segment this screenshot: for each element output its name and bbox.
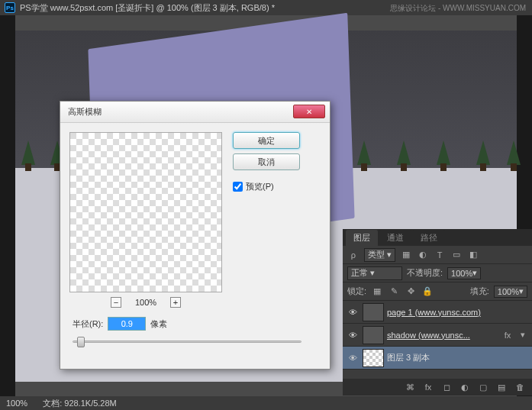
fill-label: 填充: [470,286,489,297]
layer-row[interactable]: 👁 shadow (www.yunsc... fx ▾ [343,324,532,347]
type-filter-icon[interactable]: T [434,249,446,261]
adjust-filter-icon[interactable]: ◐ [417,249,429,261]
lock-all-icon[interactable]: 🔒 [421,286,434,298]
tree-graphic [432,140,455,174]
trash-icon[interactable]: 🗑 [514,381,526,393]
opacity-value[interactable]: 100% ▾ [447,267,481,279]
preview-box[interactable] [69,132,222,292]
layer-name[interactable]: page 1 (www.yunsc.com) [387,308,481,317]
gaussian-blur-dialog: 高斯模糊 ✕ − 100% + 确定 取消 预览(P) 半径(R): 像素 [60,101,330,370]
new-layer-icon[interactable]: ▤ [495,381,508,393]
preview-checkbox-row[interactable]: 预览(P) [233,181,300,192]
document-title: PS学堂 www.52psxt.com [圣诞折卡] @ 100% (图层 3 … [20,2,275,14]
blend-mode-select[interactable]: 正常 ▾ [347,266,402,280]
layer-row[interactable]: 👁 page 1 (www.yunsc.com) [343,301,532,324]
opacity-label: 不透明度: [407,267,443,279]
tree-graphic [353,140,376,174]
layer-thumb[interactable] [363,326,384,344]
slider-track [73,341,301,343]
kind-select[interactable]: 类型 ▾ [364,248,395,262]
visibility-icon[interactable]: 👁 [346,328,360,342]
radius-input[interactable] [108,317,146,331]
preview-checkbox[interactable] [233,182,243,192]
tree-graphic [392,140,415,174]
cancel-button[interactable]: 取消 [233,153,300,170]
layer-list: 👁 page 1 (www.yunsc.com) 👁 shadow (www.y… [343,301,532,370]
doc-size: 928.1K/5.28M [64,399,117,408]
watermark-text: 思缘设计论坛 - WWW.MISSYUAN.COM [390,3,526,14]
fx-menu-icon[interactable]: fx [422,381,434,393]
radius-slider[interactable] [73,335,301,347]
layer-name[interactable]: 图层 3 副本 [387,352,430,363]
fx-icon[interactable]: fx [501,329,514,341]
ok-button[interactable]: 确定 [233,132,300,149]
dialog-title-text: 高斯模糊 [68,106,102,118]
radius-label: 半径(R): [73,318,103,330]
lock-transparency-icon[interactable]: ▦ [371,286,383,298]
tree-graphic [472,140,495,174]
slider-thumb[interactable] [77,337,85,347]
adjustment-icon[interactable]: ◐ [459,381,471,393]
fill-value[interactable]: 100% ▾ [494,286,527,298]
link-icon[interactable]: ⌘ [404,381,416,393]
smart-filter-icon[interactable]: ◧ [467,249,479,261]
mask-icon[interactable]: ◻ [440,381,453,393]
zoom-out-button[interactable]: − [111,297,121,308]
statusbar: 100% 文档: 928.1K/5.28M [0,396,532,410]
status-zoom[interactable]: 100% [6,399,27,408]
tree-graphic [502,140,525,174]
layer-thumb[interactable] [363,349,384,367]
doc-label: 文档: [43,399,62,408]
layer-row[interactable]: 👁 图层 3 副本 [343,347,532,370]
tab-layers[interactable]: 图层 [346,230,378,246]
visibility-icon[interactable]: 👁 [346,351,360,365]
pixel-filter-icon[interactable]: ▦ [400,249,412,261]
group-icon[interactable]: ▢ [477,381,489,393]
tab-channels[interactable]: 通道 [379,230,411,246]
dialog-titlebar[interactable]: 高斯模糊 ✕ [60,102,330,123]
lock-pixels-icon[interactable]: ✎ [388,286,400,298]
layer-name[interactable]: shadow (www.yunsc... [387,331,470,340]
filter-icon[interactable]: ρ [347,249,360,261]
close-button[interactable]: ✕ [293,105,325,118]
chevron-down-icon[interactable]: ▾ [517,329,529,341]
lock-label: 锁定: [347,286,366,297]
panel-tabs: 图层 通道 路径 [343,229,532,246]
zoom-in-button[interactable]: + [170,297,181,308]
photoshop-icon: Ps [5,2,15,13]
layer-thumb[interactable] [363,303,384,321]
tree-graphic [17,140,40,174]
radius-unit: 像素 [150,318,167,330]
layers-panel: 图层 通道 路径 ρ 类型 ▾ ▦ ◐ T ▭ ◧ 正常 ▾ 不透明度: 100… [343,229,532,395]
shape-filter-icon[interactable]: ▭ [450,249,463,261]
visibility-icon[interactable]: 👁 [346,305,360,319]
panel-footer: ⌘ fx ◻ ◐ ▢ ▤ 🗑 [343,379,532,395]
lock-position-icon[interactable]: ✥ [405,286,417,298]
tab-paths[interactable]: 路径 [413,230,445,246]
preview-label: 预览(P) [246,181,274,192]
zoom-level: 100% [135,298,156,307]
